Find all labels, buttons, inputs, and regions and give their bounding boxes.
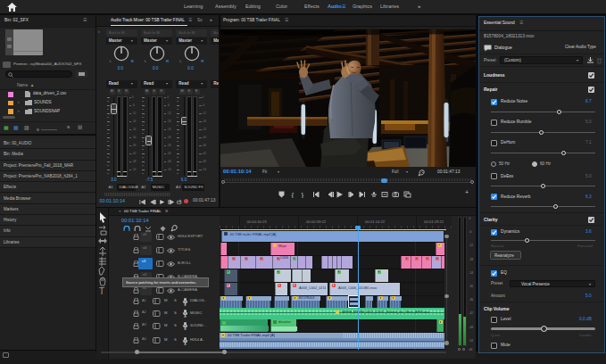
svg-text:}: } [302, 191, 304, 198]
svg-text:T: T [99, 286, 104, 296]
svg-text:{: { [292, 191, 295, 198]
